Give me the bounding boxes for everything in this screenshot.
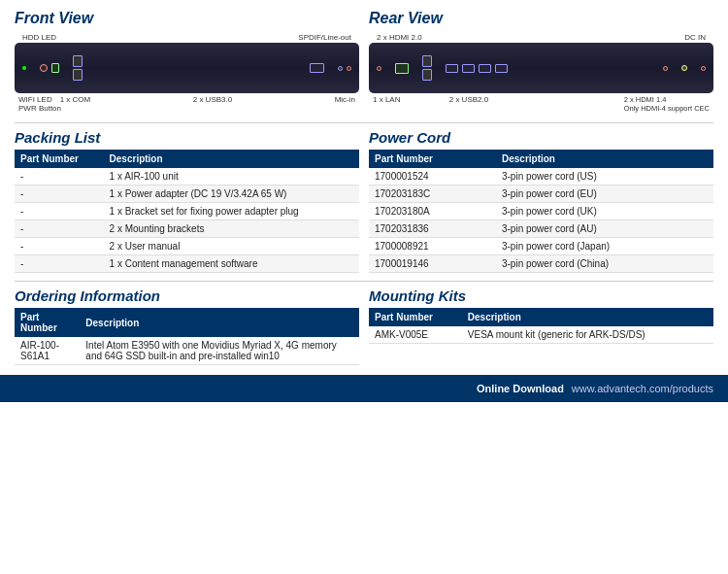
table-row: -2 x Mounting brackets: [15, 220, 359, 238]
ordering-info-section: Ordering Information Part Number Descrip…: [15, 287, 359, 365]
packing-list-title: Packing List: [15, 129, 359, 146]
packing-col-desc: Description: [104, 150, 359, 168]
usb30-label: 2 x USB3.0: [193, 95, 232, 104]
ordering-col-part: Part Number: [15, 308, 80, 337]
usb3-port-1: [73, 55, 83, 67]
table-row: -1 x Bracket set for fixing power adapte…: [15, 203, 359, 220]
vga-port: [310, 63, 324, 73]
ordering-col-desc: Description: [80, 308, 359, 337]
desc-cell: 2 x User manual: [104, 238, 359, 255]
part-cell: -: [15, 255, 104, 273]
usb2-port-2: [422, 69, 432, 81]
table-row: 17000089213-pin power cord (Japan): [369, 238, 713, 255]
part-cell: -: [15, 186, 104, 203]
part-cell: 1700019146: [369, 255, 496, 273]
table-row: 17020318363-pin power cord (AU): [369, 220, 713, 238]
com-label: 1 x COM: [60, 95, 91, 104]
packing-col-part: Part Number: [15, 150, 104, 168]
divider-1: [15, 122, 713, 123]
mounting-kits-table: Part Number Description AMK-V005EVESA mo…: [369, 308, 713, 344]
desc-cell: Intel Atom E3950 with one Movidius Myria…: [80, 337, 359, 365]
part-cell: AIR-100-S61A1: [15, 337, 80, 365]
desc-cell: 1 x Bracket set for fixing power adapter…: [104, 203, 359, 220]
spdif-port: [338, 66, 343, 71]
wifi-led-port: [22, 66, 26, 70]
hdmi4-port: [495, 64, 508, 73]
hdmi14-label: 2 x HDMI 1.4 Only HDMI-4 support CEC: [624, 95, 710, 113]
power-cord-table: Part Number Description 17000015243-pin …: [369, 150, 713, 273]
desc-cell: VESA mount kit (generic for ARK-DS/DS): [462, 326, 713, 344]
dcin-label: DC IN: [684, 33, 706, 42]
hdmi2-port: [462, 64, 475, 73]
power-cord-title: Power Cord: [369, 129, 713, 146]
lan-port: [395, 63, 409, 74]
com-port: [51, 63, 59, 73]
table-row: -1 x Content management software: [15, 255, 359, 273]
power-col-desc: Description: [496, 150, 713, 168]
packing-list-table: Part Number Description -1 x AIR-100 uni…: [15, 150, 359, 273]
power-cord-section: Power Cord Part Number Description 17000…: [369, 129, 713, 273]
rear-device-diagram: [369, 43, 713, 93]
desc-cell: 3-pin power cord (UK): [496, 203, 713, 220]
part-cell: -: [15, 220, 104, 238]
packing-list-section: Packing List Part Number Description -1 …: [15, 129, 359, 273]
power-col-part: Part Number: [369, 150, 496, 168]
hdmi1-port: [446, 64, 458, 73]
ordering-info-title: Ordering Information: [15, 287, 359, 304]
usb2-port-1: [422, 55, 432, 67]
rear-view-title: Rear View: [369, 10, 713, 27]
audio-port: [663, 66, 668, 71]
footer-label: Online Download: [477, 383, 564, 394]
part-cell: 1702031836: [369, 220, 496, 238]
mounting-col-part: Part Number: [369, 308, 462, 326]
ant-port-1: [377, 66, 381, 71]
table-row: AMK-V005EVESA mount kit (generic for ARK…: [369, 326, 713, 344]
desc-cell: 1 x Power adapter (DC 19 V/3.42A 65 W): [104, 186, 359, 203]
hdmi3-port: [479, 64, 491, 73]
part-cell: -: [15, 238, 104, 255]
table-row: -2 x User manual: [15, 238, 359, 255]
table-row: AIR-100-S61A1Intel Atom E3950 with one M…: [15, 337, 359, 365]
hdd-led-label: HDD LED: [22, 33, 56, 42]
desc-cell: 3-pin power cord (Japan): [496, 238, 713, 255]
part-cell: 1700001524: [369, 168, 496, 186]
mounting-col-desc: Description: [462, 308, 713, 326]
front-device-diagram: [15, 43, 359, 93]
usb20-label: 2 x USB2.0: [449, 95, 488, 113]
desc-cell: 3-pin power cord (AU): [496, 220, 713, 238]
usb3-port-2: [73, 69, 83, 81]
table-row: 170203180A3-pin power cord (UK): [369, 203, 713, 220]
desc-cell: 3-pin power cord (EU): [496, 186, 713, 203]
ant-port-2: [701, 66, 706, 71]
table-row: 17000191463-pin power cord (China): [369, 255, 713, 273]
mounting-kits-title: Mounting Kits: [369, 287, 713, 304]
spdif-label: SPDIF/Line-out: [298, 33, 351, 42]
desc-cell: 3-pin power cord (China): [496, 255, 713, 273]
dc-port: [681, 65, 687, 71]
lan-label: 1 x LAN: [373, 95, 400, 113]
mic-in-port: [347, 66, 351, 71]
hdmi20-label: 2 x HDMI 2.0: [377, 33, 422, 42]
wifi-led-label: WIFI LED: [18, 95, 52, 104]
ordering-info-table: Part Number Description AIR-100-S61A1Int…: [15, 308, 359, 365]
desc-cell: 1 x AIR-100 unit: [104, 168, 359, 186]
footer-url: www.advantech.com/products: [572, 383, 713, 394]
micin-label: Mic-in: [335, 95, 355, 104]
pwr-button-port: [40, 64, 48, 72]
table-row: -1 x Power adapter (DC 19 V/3.42A 65 W): [15, 186, 359, 203]
divider-2: [15, 281, 713, 282]
part-cell: -: [15, 168, 104, 186]
pwr-button-label: PWR Button: [18, 104, 61, 113]
part-cell: 1700008921: [369, 238, 496, 255]
table-row: -1 x AIR-100 unit: [15, 168, 359, 186]
mounting-kits-section: Mounting Kits Part Number Description AM…: [369, 287, 713, 365]
table-row: 170203183C3-pin power cord (EU): [369, 186, 713, 203]
part-cell: 170203183C: [369, 186, 496, 203]
table-row: 17000015243-pin power cord (US): [369, 168, 713, 186]
part-cell: -: [15, 203, 104, 220]
footer: Online Download www.advantech.com/produc…: [0, 375, 728, 402]
part-cell: 170203180A: [369, 203, 496, 220]
desc-cell: 3-pin power cord (US): [496, 168, 713, 186]
desc-cell: 1 x Content management software: [104, 255, 359, 273]
desc-cell: 2 x Mounting brackets: [104, 220, 359, 238]
